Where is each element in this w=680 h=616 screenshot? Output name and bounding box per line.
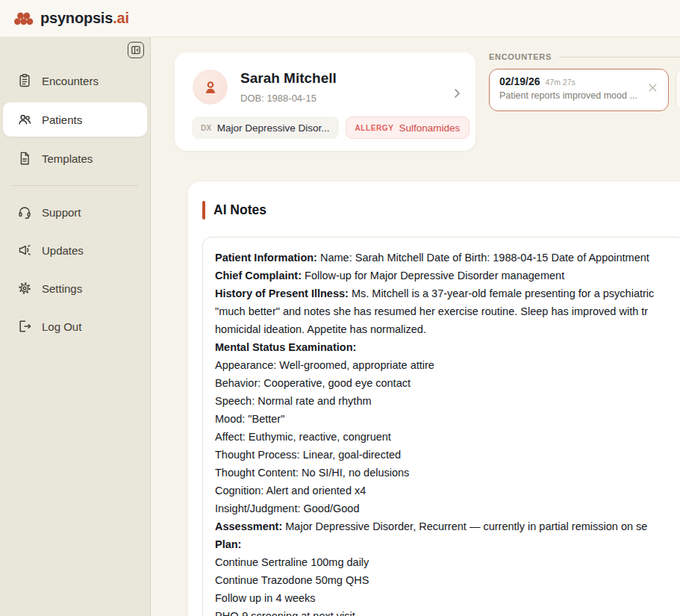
note-line: Mood: "Better" bbox=[215, 410, 672, 428]
gear-icon bbox=[17, 281, 32, 296]
brand-logo: psynopsis.ai bbox=[13, 10, 129, 27]
encounter-date: 02/19/26 bbox=[499, 75, 540, 87]
ai-notes-content[interactable]: Patient Information: Name: Sarah Mitchel… bbox=[202, 237, 680, 616]
patient-dob: DOB: 1988-04-15 bbox=[240, 93, 316, 104]
clipboard-icon bbox=[17, 73, 32, 88]
person-icon bbox=[201, 78, 220, 97]
note-line: Thought Content: No SI/HI, no delusions bbox=[215, 464, 672, 482]
note-line: Mental Status Examination: bbox=[215, 338, 672, 356]
document-icon bbox=[17, 151, 32, 166]
sidebar-item-templates[interactable]: Templates bbox=[3, 142, 147, 175]
sidebar-collapse-button[interactable] bbox=[128, 42, 144, 58]
note-line: History of Present Illness: Ms. Mitchell… bbox=[215, 284, 672, 302]
sidebar-item-label: Support bbox=[42, 206, 81, 219]
patient-card[interactable]: Sarah Mitchell DOB: 1988-04-15 DX Major … bbox=[175, 52, 475, 151]
note-line: PHQ-9 screening at next visit bbox=[215, 607, 672, 616]
sidebar: Encounters Patients Templates Support bbox=[0, 37, 151, 616]
note-line: Affect: Euthymic, reactive, congruent bbox=[215, 428, 672, 446]
chevron-right-icon[interactable] bbox=[450, 87, 464, 103]
sidebar-divider bbox=[12, 185, 138, 186]
note-line: Assessment: Major Depressive Disorder, R… bbox=[215, 517, 672, 535]
note-line: homicidal ideation. Appetite has normali… bbox=[215, 320, 672, 338]
logo-dots-icon bbox=[13, 11, 34, 26]
note-line: Insight/Judgment: Good/Good bbox=[215, 500, 672, 517]
sidebar-item-label: Templates bbox=[42, 152, 93, 165]
brand-name: psynopsis.ai bbox=[40, 10, 129, 27]
note-line: Thought Process: Linear, goal-directed bbox=[215, 446, 672, 464]
diagnosis-tag: DX Major Depressive Disor... bbox=[192, 116, 339, 139]
note-line: Chief Complaint: Follow-up for Major Dep… bbox=[215, 267, 672, 284]
note-line: Follow up in 4 weeks bbox=[215, 589, 672, 607]
sidebar-item-logout[interactable]: Log Out bbox=[3, 310, 147, 343]
avatar bbox=[193, 69, 228, 105]
note-line: Plan: bbox=[215, 535, 672, 553]
note-line: Behavior: Cooperative, good eye contact bbox=[215, 374, 672, 392]
sidebar-item-label: Log Out bbox=[42, 320, 81, 333]
headset-icon bbox=[17, 205, 32, 220]
note-line: Appearance: Well-groomed, appropriate at… bbox=[215, 356, 672, 374]
encounter-duration: 47m 27s bbox=[546, 78, 575, 87]
allergy-tag-value: Sulfonamides bbox=[399, 122, 460, 134]
sidebar-item-label: Settings bbox=[42, 282, 82, 295]
allergy-tag: ALLERGY Sulfonamides bbox=[346, 116, 470, 139]
dx-tag-label: DX bbox=[201, 124, 212, 132]
note-line: "much better" and notes she has resumed … bbox=[215, 302, 672, 320]
sidebar-item-settings[interactable]: Settings bbox=[3, 272, 147, 305]
encounter-preview: Patient reports improved mood ... bbox=[499, 90, 659, 101]
patients-icon bbox=[17, 112, 32, 127]
encounters-section-header: ENCOUNTERS bbox=[489, 52, 680, 61]
close-icon[interactable] bbox=[646, 81, 659, 97]
patient-name: Sarah Mitchell bbox=[240, 70, 337, 87]
sidebar-item-patients[interactable]: Patients bbox=[3, 102, 147, 137]
accent-bar bbox=[202, 201, 205, 220]
note-line: Continue Sertraline 100mg daily bbox=[215, 553, 672, 571]
collapse-panel-icon bbox=[131, 45, 141, 55]
note-line: Patient Information: Name: Sarah Mitchel… bbox=[215, 249, 672, 267]
ai-notes-title: AI Notes bbox=[213, 202, 266, 218]
dx-tag-value: Major Depressive Disor... bbox=[217, 122, 330, 134]
megaphone-icon bbox=[17, 243, 32, 258]
note-line: Speech: Normal rate and rhythm bbox=[215, 392, 672, 410]
sidebar-item-encounters[interactable]: Encounters bbox=[3, 64, 147, 97]
sidebar-item-label: Encounters bbox=[42, 75, 99, 87]
ai-notes-panel: AI Notes Patient Information: Name: Sara… bbox=[188, 181, 680, 616]
encounters-label: ENCOUNTERS bbox=[489, 52, 552, 61]
allergy-tag-label: ALLERGY bbox=[355, 124, 394, 132]
sidebar-item-label: Updates bbox=[42, 244, 84, 257]
ai-notes-header: AI Notes bbox=[202, 201, 266, 220]
encounter-card-partial[interactable] bbox=[676, 69, 680, 111]
app-header: psynopsis.ai bbox=[0, 0, 680, 37]
encounters-rule bbox=[559, 57, 680, 57]
note-line: Cognition: Alert and oriented x4 bbox=[215, 482, 672, 500]
sidebar-item-label: Patients bbox=[42, 113, 82, 126]
logout-icon bbox=[17, 319, 32, 334]
sidebar-item-support[interactable]: Support bbox=[3, 196, 147, 228]
note-line: Continue Trazodone 50mg QHS bbox=[215, 571, 672, 589]
sidebar-item-updates[interactable]: Updates bbox=[3, 234, 147, 267]
encounter-card[interactable]: 02/19/26 47m 27s Patient reports improve… bbox=[489, 69, 669, 111]
